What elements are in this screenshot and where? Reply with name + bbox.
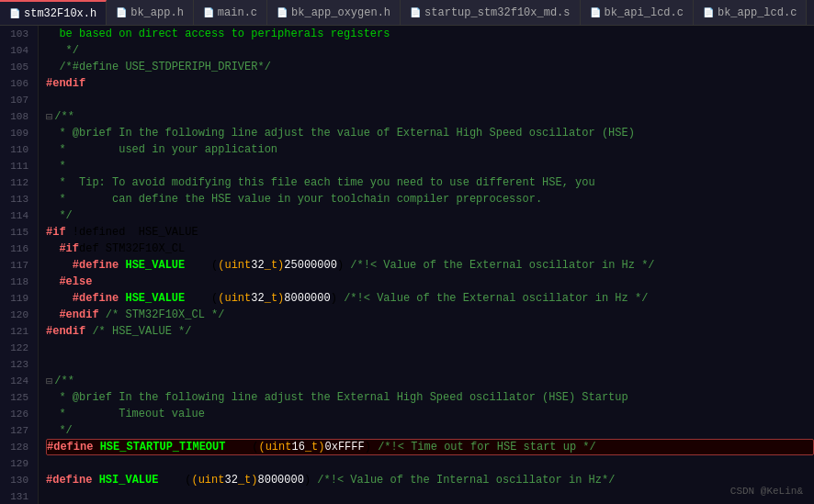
line-number: 106	[6, 75, 32, 92]
line-number: 127	[6, 422, 32, 439]
line-number: 117	[6, 257, 32, 274]
code-line: ⊟/**	[46, 108, 814, 125]
tab-bk-app-oxygen-h[interactable]: 📄 bk_app_oxygen.h	[267, 0, 401, 26]
file-icon: 📄	[590, 7, 601, 18]
file-icon: 📄	[116, 7, 127, 18]
line-numbers: 1031041051061071081091101111121131141151…	[0, 26, 39, 504]
code-line: #define HSI_VALUE ((uint32_t)8000000) /*…	[46, 472, 814, 488]
code-line: * @brief In the following line adjust th…	[46, 389, 814, 406]
code-line: #else	[46, 274, 814, 290]
file-icon: 📄	[277, 7, 288, 18]
code-line	[46, 455, 814, 472]
code-text: #define HSE_VALUE ((uint32_t)25000000) /…	[46, 257, 655, 274]
code-text	[46, 488, 52, 504]
line-number: 107	[6, 92, 32, 108]
code-text: #endif /* STM32F10X_CL */	[46, 307, 224, 323]
code-text: */	[46, 207, 73, 224]
line-number: 123	[6, 356, 32, 373]
code-line: */	[46, 422, 814, 439]
code-content[interactable]: be based on direct access to peripherals…	[39, 26, 814, 504]
code-line	[46, 488, 814, 504]
tab-bk-api-lcd-c[interactable]: 📄 bk_api_lcd.c	[581, 0, 694, 26]
code-text: */	[46, 422, 73, 439]
code-line: #endif /* STM32F10X_CL */	[46, 307, 814, 323]
line-number: 129	[6, 455, 32, 472]
line-number: 128	[6, 439, 32, 455]
line-number: 111	[6, 158, 32, 174]
tab-stm32f10x-h[interactable]: 📄 stm32F10x.h	[0, 0, 107, 26]
line-number: 119	[6, 290, 32, 307]
code-line: * used in your application	[46, 141, 814, 158]
code-text: #define HSI_VALUE ((uint32_t)8000000) /*…	[46, 472, 615, 488]
line-number: 104	[6, 42, 32, 59]
file-icon: 📄	[203, 7, 214, 18]
file-icon: 📄	[410, 7, 421, 18]
code-text: #ifdef STM32F10X_CL	[46, 241, 185, 257]
tab-bk-app-h[interactable]: 📄 bk_app.h	[107, 0, 194, 26]
code-line	[46, 356, 814, 373]
line-number: 114	[6, 207, 32, 224]
line-number: 105	[6, 59, 32, 75]
code-text	[46, 356, 52, 373]
code-text: #if !defined HSE_VALUE	[46, 224, 198, 241]
code-text: #else	[46, 274, 92, 290]
code-text	[46, 455, 52, 472]
code-text: #endif /* HSE_VALUE */	[46, 323, 191, 340]
line-number: 103	[6, 26, 32, 42]
line-number: 112	[6, 174, 32, 191]
code-text: * @brief In the following line adjust th…	[46, 389, 628, 406]
tab-main-c[interactable]: 📄 main.c	[194, 0, 267, 26]
code-line: * Tip: To avoid modifying this file each…	[46, 174, 814, 191]
code-text: * can define the HSE value in your toolc…	[46, 191, 542, 207]
code-text: */	[46, 42, 79, 59]
line-number: 130	[6, 472, 32, 488]
code-line: #define HSE_STARTUP_TIMEOUT ((uint16_t)0…	[46, 439, 814, 455]
line-number: 125	[6, 389, 32, 406]
line-number: 124	[6, 373, 32, 389]
code-text: * @brief In the following line adjust th…	[46, 125, 635, 141]
code-line: be based on direct access to peripherals…	[46, 26, 814, 42]
collapse-marker[interactable]: ⊟	[46, 375, 52, 388]
code-line	[46, 340, 814, 356]
code-line: #define HSE_VALUE ((uint32_t)25000000) /…	[46, 257, 814, 274]
line-number: 121	[6, 323, 32, 340]
code-text: #define HSE_STARTUP_TIMEOUT ((uint16_t)0…	[47, 439, 596, 455]
code-editor: 1031041051061071081091101111121131141151…	[0, 26, 814, 504]
line-number: 108	[6, 108, 32, 125]
tab-startup-stm32f10x-md-s[interactable]: 📄 startup_stm32f10x_md.s	[401, 0, 580, 26]
code-line: * @brief In the following line adjust th…	[46, 125, 814, 141]
code-line: * can define the HSE value in your toolc…	[46, 191, 814, 207]
code-line: */	[46, 207, 814, 224]
code-text: /*#define USE_STDPERIPH_DRIVER*/	[46, 59, 271, 75]
collapse-marker[interactable]: ⊟	[46, 110, 52, 124]
code-text: #endif	[46, 75, 85, 92]
code-line: #if !defined HSE_VALUE	[46, 224, 814, 241]
code-line	[46, 92, 814, 108]
line-number: 110	[6, 141, 32, 158]
line-number: 115	[6, 224, 32, 241]
line-number: 120	[6, 307, 32, 323]
code-text: /**	[54, 108, 74, 125]
code-line: #endif	[46, 75, 814, 92]
code-text	[46, 92, 52, 108]
code-line: #define HSE_VALUE ((uint32_t)8000000) /*…	[46, 290, 814, 307]
file-icon: 📄	[9, 8, 20, 19]
line-number: 126	[6, 406, 32, 422]
code-line: *	[46, 158, 814, 174]
line-number: 109	[6, 125, 32, 141]
code-text: * used in your application	[46, 141, 277, 158]
tab-bk-app-lcd-c[interactable]: 📄 bk_app_lcd.c	[694, 0, 807, 26]
code-line: #ifdef STM32F10X_CL	[46, 241, 814, 257]
editor-container: 📄 stm32F10x.h 📄 bk_app.h 📄 main.c 📄 bk_a…	[0, 0, 814, 504]
line-number: 113	[6, 191, 32, 207]
code-text: /**	[54, 373, 74, 389]
tab-bar: 📄 stm32F10x.h 📄 bk_app.h 📄 main.c 📄 bk_a…	[0, 0, 814, 26]
line-number: 131	[6, 488, 32, 504]
code-text: *	[46, 158, 66, 174]
code-line: */	[46, 42, 814, 59]
line-number: 122	[6, 340, 32, 356]
code-text: * Timeout value	[46, 406, 205, 422]
code-text: be based on direct access to peripherals…	[46, 26, 390, 42]
line-number: 118	[6, 274, 32, 290]
code-text	[46, 340, 52, 356]
